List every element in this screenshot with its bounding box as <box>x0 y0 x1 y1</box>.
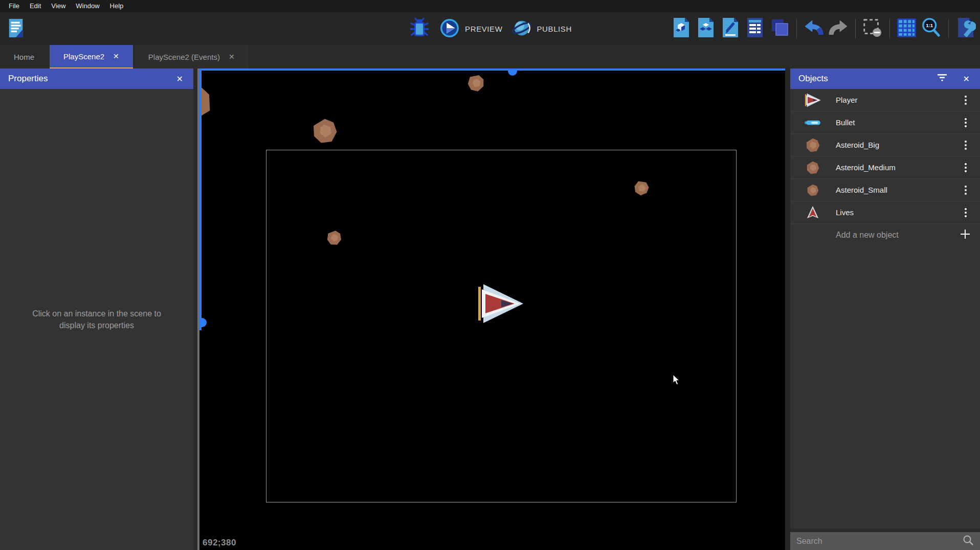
tab-close-icon[interactable]: ✕ <box>113 53 119 60</box>
object-row-asteroid-medium[interactable]: Asteroid_Medium <box>790 156 980 179</box>
deselect-icon <box>862 17 883 40</box>
object-name: Player <box>836 96 963 104</box>
add-object-label: Add a new object <box>836 231 960 240</box>
clear-selection-button[interactable] <box>861 16 884 41</box>
asteroid-instance[interactable] <box>312 118 338 146</box>
open-layers-button[interactable] <box>768 16 791 41</box>
publish-button[interactable]: PUBLISH <box>511 17 572 40</box>
open-scene-properties-button[interactable] <box>719 16 742 41</box>
properties-panel-title: Properties <box>8 74 174 84</box>
objects-search-input[interactable] <box>796 537 963 546</box>
tab-label: PlayScene2 <box>63 52 104 61</box>
object-menu-icon[interactable] <box>963 139 969 152</box>
scene-canvas[interactable]: 692;380 <box>199 68 785 550</box>
preview-button[interactable]: PREVIEW <box>439 17 502 40</box>
menubar: File Edit View Window Help <box>0 0 980 12</box>
toolbar: PREVIEW PUBLISH <box>0 12 980 45</box>
toolbar-extra-settings-button[interactable] <box>954 16 977 41</box>
tab-label: PlayScene2 (Events) <box>148 53 220 61</box>
tab-playscene2[interactable]: PlayScene2 ✕ <box>50 45 133 68</box>
objects-list-icon <box>671 16 692 41</box>
objects-search-bar <box>790 532 980 550</box>
grid-icon <box>896 17 918 40</box>
scene-properties-icon <box>720 16 741 41</box>
toolbar-separator <box>889 19 890 38</box>
game-resolution-frame <box>266 150 737 502</box>
tab-home[interactable]: Home <box>0 45 48 68</box>
zoom-one-to-one-icon: 1:1 <box>921 17 942 40</box>
object-name: Lives <box>836 208 963 217</box>
wrench-icon <box>955 16 976 41</box>
asteroid-icon <box>804 161 822 174</box>
menu-help[interactable]: Help <box>105 0 129 12</box>
toolbar-separator <box>948 19 949 38</box>
preview-label: PREVIEW <box>465 25 502 33</box>
objects-panel-empty-area <box>790 246 980 529</box>
object-menu-icon[interactable] <box>963 116 969 129</box>
object-menu-icon[interactable] <box>963 94 969 107</box>
toolbar-separator <box>855 19 856 38</box>
asteroid-icon <box>804 138 822 152</box>
filter-icon[interactable] <box>937 74 948 84</box>
publish-globe-icon <box>511 17 532 40</box>
object-row-lives[interactable]: Lives <box>790 201 980 224</box>
object-row-player[interactable]: Player <box>790 89 980 111</box>
redo-button[interactable] <box>827 16 850 41</box>
object-name: Asteroid_Big <box>836 141 963 149</box>
object-row-asteroid-small[interactable]: Asteroid_Small <box>790 179 980 201</box>
object-menu-icon[interactable] <box>963 206 969 219</box>
menu-file[interactable]: File <box>4 0 25 12</box>
add-object-button[interactable]: Add a new object <box>790 224 980 246</box>
mouse-cursor-icon <box>673 374 681 387</box>
close-icon[interactable]: ✕ <box>961 73 972 85</box>
properties-panel-body: Click on an instance in the scene to dis… <box>0 89 193 550</box>
project-manager-button[interactable] <box>5 17 28 41</box>
layers-icon <box>769 16 790 41</box>
zoom-reset-button[interactable]: 1:1 <box>920 16 943 41</box>
menu-view[interactable]: View <box>46 0 71 12</box>
object-name: Asteroid_Medium <box>836 163 963 172</box>
plus-icon <box>960 228 971 242</box>
open-objects-list-button[interactable] <box>670 16 693 41</box>
panel-resize-handle-right[interactable] <box>785 68 790 550</box>
horizontal-scrollbar[interactable] <box>199 68 785 71</box>
publish-label: PUBLISH <box>537 25 572 33</box>
tab-close-icon[interactable]: ✕ <box>229 53 235 60</box>
bullet-icon <box>804 119 822 126</box>
object-groups-icon <box>696 16 716 41</box>
player-icon <box>804 93 822 107</box>
open-instances-list-button[interactable] <box>744 16 766 41</box>
toolbar-separator <box>796 19 797 38</box>
cursor-coordinates: 692;380 <box>203 538 236 548</box>
close-icon[interactable]: ✕ <box>174 73 185 85</box>
asteroid-instance[interactable] <box>464 72 487 96</box>
objects-panel-header: Objects ✕ <box>790 68 980 89</box>
object-row-bullet[interactable]: Bullet <box>790 111 980 134</box>
lives-icon <box>804 206 822 219</box>
tab-playscene2-events[interactable]: PlayScene2 (Events) ✕ <box>135 45 249 68</box>
properties-panel: Properties ✕ Click on an instance in the… <box>0 68 193 550</box>
undo-button[interactable] <box>803 16 825 41</box>
instances-list-icon <box>745 16 765 41</box>
object-menu-icon[interactable] <box>963 161 969 174</box>
properties-hint-text: Click on an instance in the scene to dis… <box>20 308 173 331</box>
preview-play-icon <box>439 17 460 40</box>
debugger-button[interactable] <box>408 16 431 41</box>
search-icon[interactable] <box>963 535 974 548</box>
object-name: Asteroid_Small <box>836 186 963 194</box>
panel-resize-handle-left[interactable] <box>193 68 199 550</box>
tab-label: Home <box>14 53 34 61</box>
object-row-asteroid-big[interactable]: Asteroid_Big <box>790 134 980 156</box>
tabbar: Home PlayScene2 ✕ PlayScene2 (Events) ✕ <box>0 45 980 68</box>
open-object-groups-button[interactable] <box>695 16 717 41</box>
debug-bug-icon <box>409 17 430 40</box>
menu-window[interactable]: Window <box>71 0 104 12</box>
properties-panel-header: Properties ✕ <box>0 68 193 89</box>
asteroid-icon <box>804 184 822 196</box>
toggle-grid-button[interactable] <box>896 16 918 41</box>
object-menu-icon[interactable] <box>963 184 969 197</box>
menu-edit[interactable]: Edit <box>25 0 46 12</box>
undo-icon <box>803 17 825 40</box>
search-bar-divider <box>790 529 980 532</box>
vertical-scrollbar[interactable] <box>199 68 202 330</box>
